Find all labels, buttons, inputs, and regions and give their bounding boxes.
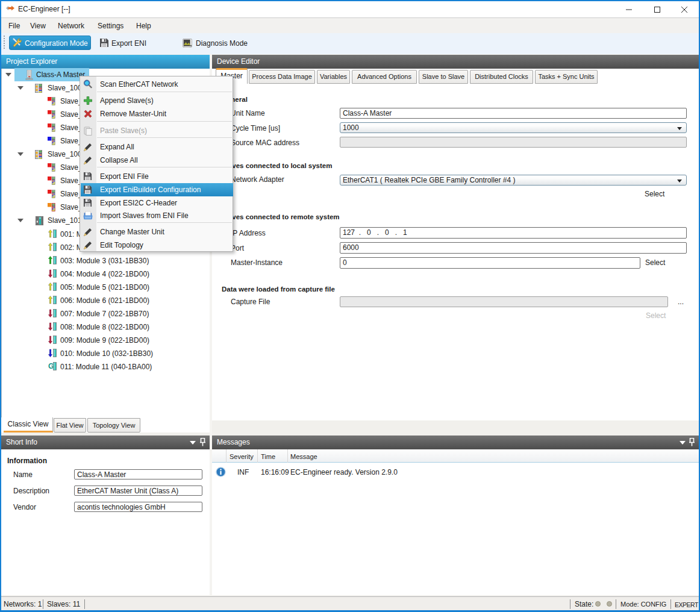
svg-text:G: G bbox=[48, 362, 54, 370]
